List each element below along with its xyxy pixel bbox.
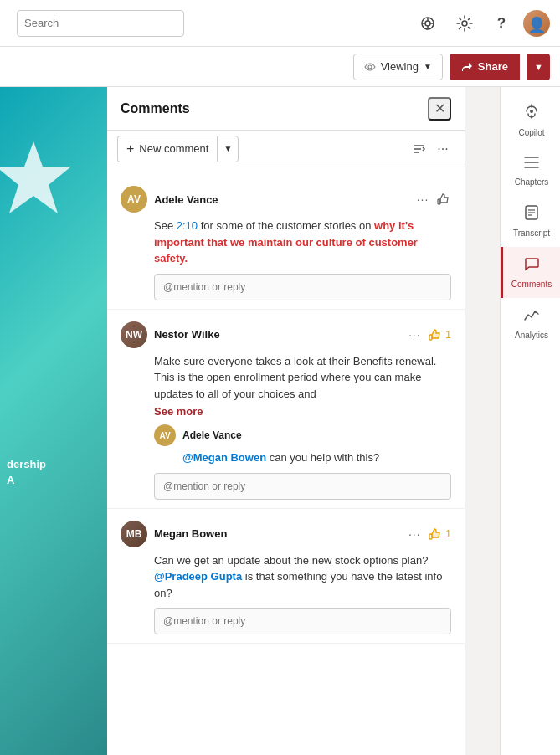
video-text-line2: A bbox=[7, 473, 46, 488]
like-button[interactable] bbox=[436, 192, 451, 207]
svg-marker-8 bbox=[0, 141, 71, 213]
comment-more-button[interactable]: ··· bbox=[413, 189, 433, 209]
comment-text: Can we get an update about the new stock… bbox=[154, 552, 451, 602]
close-comments-button[interactable]: ✕ bbox=[428, 97, 451, 121]
comments-header: Comments ✕ bbox=[107, 87, 465, 131]
analytics-label: Analytics bbox=[515, 331, 548, 341]
reply-avatar: AV bbox=[154, 424, 176, 446]
share-button[interactable]: Share bbox=[450, 54, 520, 80]
chapters-icon bbox=[523, 155, 540, 174]
comment-author: Nestor Wilke bbox=[154, 328, 398, 341]
video-panel: dership A bbox=[0, 87, 107, 755]
comments-list: AV Adele Vance ··· See 2:10 for some of … bbox=[107, 167, 465, 755]
svg-rect-12 bbox=[438, 199, 440, 204]
video-text-line1: dership bbox=[7, 457, 46, 472]
new-comment-dropdown-button[interactable]: ▼ bbox=[217, 136, 239, 162]
copilot-icon bbox=[522, 102, 541, 125]
comment-reply: AV Adele Vance @Megan Bowen can you help… bbox=[154, 424, 451, 466]
comment-item: MB Megan Bowen ··· 1 Can we get an updat… bbox=[107, 509, 465, 645]
like-count: 1 bbox=[445, 329, 451, 341]
timestamp-link[interactable]: 2:10 bbox=[177, 219, 198, 232]
comments-panel: Comments ✕ + New comment ▼ ··· AV Adele … bbox=[107, 87, 465, 755]
comment-author: Adele Vance bbox=[154, 193, 406, 206]
avatar: AV bbox=[121, 186, 147, 213]
share-dropdown-button[interactable]: ▼ bbox=[527, 54, 550, 80]
sidebar-item-chapters[interactable]: Chapters bbox=[501, 146, 560, 196]
comment-header: NW Nestor Wilke ··· 1 bbox=[121, 321, 451, 348]
comment-menu: ··· bbox=[413, 189, 451, 209]
sidebar-item-comments[interactable]: Comments bbox=[501, 247, 560, 298]
reply-input[interactable] bbox=[154, 274, 451, 300]
sidebar-item-copilot[interactable]: Copilot bbox=[501, 94, 560, 146]
viewing-button[interactable]: Viewing ▼ bbox=[353, 54, 443, 80]
video-overlay: dership A bbox=[7, 457, 46, 487]
see-more-link[interactable]: See more bbox=[154, 405, 451, 418]
comments-title: Comments bbox=[121, 101, 190, 116]
network-icon[interactable] bbox=[413, 8, 443, 39]
help-icon[interactable]: ? bbox=[486, 8, 516, 39]
avatar: MB bbox=[121, 521, 147, 547]
svg-point-7 bbox=[368, 65, 372, 69]
comment-more-button[interactable]: ··· bbox=[404, 325, 424, 345]
comment-more-button[interactable]: ··· bbox=[404, 524, 424, 544]
transcript-icon bbox=[523, 204, 540, 225]
right-sidebar: Copilot Chapters Transcript bbox=[500, 87, 560, 755]
comment-header: MB Megan Bowen ··· 1 bbox=[121, 521, 451, 547]
comment-item: NW Nestor Wilke ··· 1 Make sure everyone… bbox=[107, 310, 465, 509]
comment-text: See 2:10 for some of the customer storie… bbox=[154, 218, 451, 267]
comments-label: Comments bbox=[511, 280, 552, 290]
plus-icon: + bbox=[126, 141, 134, 157]
reply-header: AV Adele Vance bbox=[154, 424, 451, 446]
transcript-label: Transcript bbox=[513, 229, 550, 239]
action-bar: Viewing ▼ Share ▼ bbox=[0, 47, 560, 87]
settings-icon[interactable] bbox=[450, 8, 480, 39]
comment-header: AV Adele Vance ··· bbox=[121, 186, 451, 213]
share-label: Share bbox=[478, 60, 508, 73]
chapters-label: Chapters bbox=[515, 177, 549, 187]
avatar: NW bbox=[121, 321, 147, 348]
comment-item: AV Adele Vance ··· See 2:10 for some of … bbox=[107, 174, 465, 310]
more-options-button[interactable]: ··· bbox=[431, 137, 455, 161]
comment-menu: ··· 1 bbox=[404, 524, 451, 544]
comment-menu: ··· 1 bbox=[404, 325, 451, 345]
like-count: 1 bbox=[445, 528, 451, 540]
reply-author: Adele Vance bbox=[182, 429, 242, 441]
new-comment-button[interactable]: + New comment bbox=[117, 136, 217, 162]
reply-text: @Megan Bowen can you help with this? bbox=[182, 449, 451, 466]
like-button[interactable]: 1 bbox=[428, 526, 451, 542]
svg-point-1 bbox=[425, 21, 430, 26]
copilot-label: Copilot bbox=[518, 128, 544, 138]
svg-rect-14 bbox=[429, 534, 432, 539]
analytics-icon bbox=[523, 306, 540, 327]
svg-point-15 bbox=[530, 110, 533, 113]
sort-button[interactable] bbox=[408, 137, 431, 161]
new-comment-bar: + New comment ▼ ··· bbox=[107, 131, 465, 167]
comments-icon bbox=[523, 255, 540, 276]
like-button[interactable]: 1 bbox=[428, 327, 451, 342]
mention: @Pradeep Gupta bbox=[154, 570, 242, 583]
viewing-label: Viewing bbox=[381, 60, 419, 73]
new-comment-label: New comment bbox=[139, 142, 208, 155]
top-bar: ? 👤 bbox=[0, 0, 560, 47]
user-avatar[interactable]: 👤 bbox=[523, 10, 550, 37]
comment-author: Megan Bowen bbox=[154, 527, 398, 540]
reply-input[interactable] bbox=[154, 473, 451, 500]
mention: @Megan Bowen bbox=[182, 451, 266, 464]
viewing-chevron: ▼ bbox=[424, 62, 432, 71]
svg-rect-13 bbox=[429, 335, 432, 340]
svg-point-6 bbox=[462, 21, 467, 26]
reply-input[interactable] bbox=[154, 608, 451, 634]
comment-text: Make sure everyone takes a look at their… bbox=[154, 353, 451, 403]
sidebar-item-analytics[interactable]: Analytics bbox=[501, 298, 560, 349]
sidebar-item-transcript[interactable]: Transcript bbox=[501, 196, 560, 247]
search-input[interactable] bbox=[17, 10, 184, 37]
